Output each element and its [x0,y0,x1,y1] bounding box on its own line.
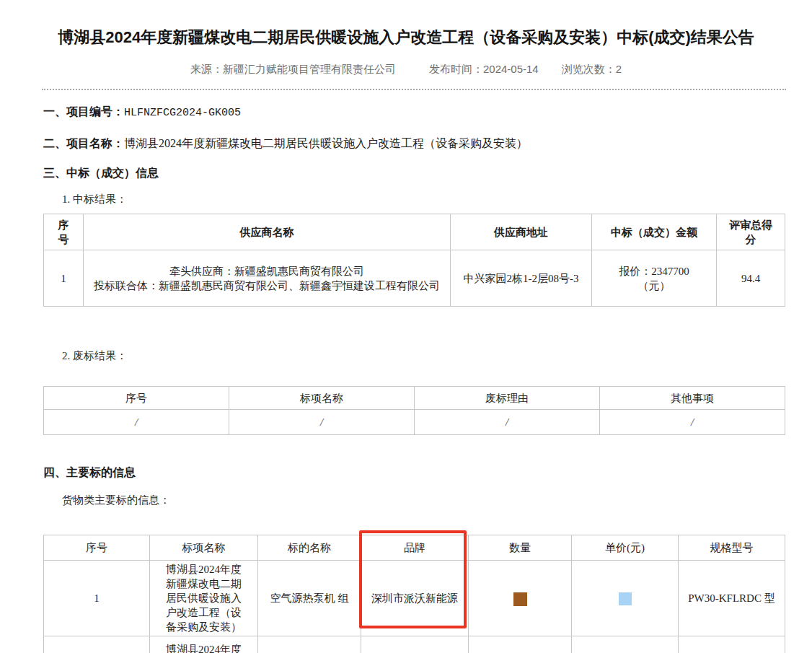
cell-invalid-reason: / [415,410,600,435]
col-header-unit-price: 单价(元) [572,535,679,561]
cell-other-matters: / [600,410,785,435]
cell-lot-name: 博湖县2024年度 [150,636,258,653]
meta-source: 来源：新疆汇力赋能项目管理有限责任公司 [190,62,396,76]
project-name-value: 博湖县2024年度新疆煤改电二期居民供暖设施入户改造工程（设备采购及安装） [124,137,528,149]
title-block: 博湖县2024年度新疆煤改电二期居民供暖设施入户改造工程（设备采购及安装）中标(… [0,0,812,48]
section-project-name: 二、项目名称：博湖县2024年度新疆煤改电二期居民供暖设施入户改造工程（设备采购… [43,136,785,151]
col-header-seq: 序号 [44,535,150,561]
cell-brand: 深圳市派沃新能源 [361,561,469,636]
col-header-seq: 序号 [44,214,84,250]
quantity-redaction-swatch [513,592,527,606]
goods-table-row-1: 1 博湖县2024年度新疆煤改电二期居民供暖设施入户改造工程（设备采购及安装） … [44,561,785,636]
col-header-lot-name: 标项名称 [229,387,415,410]
col-header-award-amount: 中标（成交）金额 [592,214,717,250]
cell-quantity [469,561,572,636]
project-number-label: 一、项目编号： [43,105,124,118]
price-redaction-swatch [619,592,632,605]
section-main-subject-heading: 四、主要标的信息 [43,465,785,480]
announcement-body: 一、项目编号：HLFNZFCG2024-GK005 二、项目名称：博湖县2024… [43,105,785,653]
col-header-other-matters: 其他事项 [600,387,785,410]
cell-spec-model [679,636,785,653]
cell-seq: 1 [44,250,84,307]
cell-supplier-name: 牵头供应商：新疆盛凯惠民商贸有限公司 投标联合体：新疆盛凯惠民商贸有限公司、新疆… [84,250,451,307]
cell-lot-name: / [229,410,415,435]
meta-view-count: 浏览次数：2 [562,62,622,76]
col-header-spec-model: 规格型号 [679,535,785,561]
goods-subject-subheading: 货物类主要标的信息： [62,493,785,507]
cell-seq [44,636,150,653]
page-title: 博湖县2024年度新疆煤改电二期居民供暖设施入户改造工程（设备采购及安装）中标(… [29,26,783,48]
col-header-seq: 序号 [44,387,229,410]
goods-table-wrapper: 序号 标项名称 标的名称 品牌 数量 单价(元) 规格型号 1 博湖县2024年… [43,535,785,653]
award-table-row: 1 牵头供应商：新疆盛凯惠民商贸有限公司 投标联合体：新疆盛凯惠民商贸有限公司、… [44,250,785,307]
award-table-header-row: 序号 供应商名称 供应商地址 中标（成交）金额 评审总得分 [44,214,785,250]
col-header-subject-name: 标的名称 [258,535,361,561]
cell-brand [361,636,469,653]
section-award-info-heading: 三、中标（成交）信息 [43,166,785,180]
col-header-score: 评审总得分 [717,214,785,250]
supplier-lead-line: 牵头供应商：新疆盛凯惠民商贸有限公司 [89,264,444,279]
supplier-consortium-line: 投标联合体：新疆盛凯惠民商贸有限公司、新疆鑫宇恒建设工程有限公司 [89,279,444,293]
invalid-table-row: / / / / [44,410,785,435]
project-name-label: 二、项目名称： [43,137,124,149]
cell-seq: / [44,410,229,435]
cell-subject-name: 空气源热泵机 组 [258,561,361,636]
col-header-quantity: 数量 [469,535,572,561]
award-result-subheading: 1. 中标结果： [62,192,785,206]
cell-subject-name [258,636,361,653]
cell-unit-price [572,561,679,636]
cell-score: 94.4 [717,250,785,307]
goods-table-row-2-partial: 博湖县2024年度 [44,636,785,653]
invalid-table-header-row: 序号 标项名称 废标理由 其他事项 [44,387,785,410]
cell-unit-price [572,636,679,653]
cell-spec-model: PW30-KFLRDC 型 [679,561,785,636]
cell-award-amount: 报价：2347700 （元） [592,250,717,307]
invalid-bid-table: 序号 标项名称 废标理由 其他事项 / / / / [43,386,785,435]
section-project-number: 一、项目编号：HLFNZFCG2024-GK005 [43,105,785,120]
cell-supplier-address: 中兴家园2栋1-2层08号-3 [451,250,592,307]
col-header-lot-name: 标项名称 [150,535,258,561]
meta-row: 来源：新疆汇力赋能项目管理有限责任公司 发布时间：2024-05-14 浏览次数… [0,62,812,76]
cell-seq: 1 [44,561,150,636]
dotted-divider [42,89,786,90]
col-header-invalid-reason: 废标理由 [415,387,600,410]
meta-publish-time: 发布时间：2024-05-14 [429,62,539,76]
announcement-page: { "page": { "title": "博湖县2024年度新疆煤改电二期居民… [0,0,812,653]
col-header-supplier-address: 供应商地址 [451,214,592,250]
col-header-brand: 品牌 [361,535,469,561]
goods-table-header-row: 序号 标项名称 标的名称 品牌 数量 单价(元) 规格型号 [44,535,785,561]
project-number-value: HLFNZFCG2024-GK005 [124,107,241,119]
col-header-supplier-name: 供应商名称 [84,214,451,250]
cell-quantity [469,636,572,653]
award-result-table: 序号 供应商名称 供应商地址 中标（成交）金额 评审总得分 1 牵头供应商：新疆… [43,214,785,307]
cell-lot-name: 博湖县2024年度新疆煤改电二期居民供暖设施入户改造工程（设备采购及安装） [150,561,258,636]
invalid-result-subheading: 2. 废标结果： [62,349,785,363]
goods-subject-table: 序号 标项名称 标的名称 品牌 数量 单价(元) 规格型号 1 博湖县2024年… [43,535,785,653]
